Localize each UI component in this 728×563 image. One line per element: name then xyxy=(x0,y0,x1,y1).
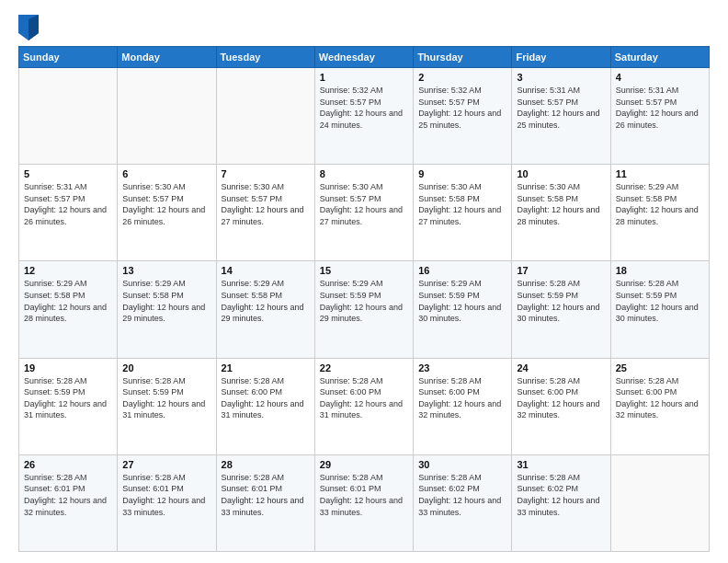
calendar-cell: 8Sunrise: 5:30 AMSunset: 5:57 PMDaylight… xyxy=(314,165,413,261)
calendar-week-row: 26Sunrise: 5:28 AMSunset: 6:01 PMDayligh… xyxy=(19,454,710,551)
calendar-header-row: SundayMondayTuesdayWednesdayThursdayFrid… xyxy=(19,47,710,68)
cell-content: Sunrise: 5:28 AMSunset: 6:01 PMDaylight:… xyxy=(24,472,112,518)
cell-content: Sunrise: 5:28 AMSunset: 5:59 PMDaylight:… xyxy=(122,375,210,421)
calendar-cell: 3Sunrise: 5:31 AMSunset: 5:57 PMDaylight… xyxy=(512,68,610,165)
cell-content: Sunrise: 5:30 AMSunset: 5:57 PMDaylight:… xyxy=(320,181,408,227)
calendar-cell: 2Sunrise: 5:32 AMSunset: 5:57 PMDaylight… xyxy=(414,68,512,165)
day-number: 29 xyxy=(320,459,408,470)
calendar-header-monday: Monday xyxy=(118,47,216,68)
calendar-week-row: 5Sunrise: 5:31 AMSunset: 5:57 PMDaylight… xyxy=(19,165,710,261)
cell-content: Sunrise: 5:28 AMSunset: 5:59 PMDaylight:… xyxy=(616,278,704,324)
calendar-cell xyxy=(216,68,314,165)
day-number: 9 xyxy=(418,168,506,179)
day-number: 7 xyxy=(222,168,310,179)
calendar-cell: 5Sunrise: 5:31 AMSunset: 5:57 PMDaylight… xyxy=(19,165,118,261)
cell-content: Sunrise: 5:29 AMSunset: 5:58 PMDaylight:… xyxy=(222,278,310,324)
cell-content: Sunrise: 5:29 AMSunset: 5:59 PMDaylight:… xyxy=(418,278,506,324)
day-number: 12 xyxy=(24,265,112,276)
day-number: 17 xyxy=(517,265,605,276)
cell-content: Sunrise: 5:30 AMSunset: 5:57 PMDaylight:… xyxy=(222,181,310,227)
logo-icon xyxy=(18,15,39,40)
calendar-cell: 19Sunrise: 5:28 AMSunset: 5:59 PMDayligh… xyxy=(19,358,118,454)
calendar-cell: 16Sunrise: 5:29 AMSunset: 5:59 PMDayligh… xyxy=(414,261,512,358)
day-number: 25 xyxy=(616,362,704,373)
cell-content: Sunrise: 5:28 AMSunset: 5:59 PMDaylight:… xyxy=(24,375,112,421)
day-number: 10 xyxy=(517,168,605,179)
day-number: 4 xyxy=(616,72,704,83)
day-number: 20 xyxy=(122,362,210,373)
cell-content: Sunrise: 5:30 AMSunset: 5:58 PMDaylight:… xyxy=(517,181,605,227)
day-number: 2 xyxy=(418,72,506,83)
day-number: 3 xyxy=(517,72,605,83)
cell-content: Sunrise: 5:28 AMSunset: 6:01 PMDaylight:… xyxy=(320,472,408,518)
day-number: 19 xyxy=(24,362,112,373)
calendar-cell: 21Sunrise: 5:28 AMSunset: 6:00 PMDayligh… xyxy=(216,358,314,454)
calendar-cell: 1Sunrise: 5:32 AMSunset: 5:57 PMDaylight… xyxy=(314,68,413,165)
day-number: 5 xyxy=(24,168,112,179)
day-number: 18 xyxy=(616,265,704,276)
day-number: 15 xyxy=(320,265,408,276)
cell-content: Sunrise: 5:28 AMSunset: 6:00 PMDaylight:… xyxy=(616,375,704,421)
calendar-cell: 27Sunrise: 5:28 AMSunset: 6:01 PMDayligh… xyxy=(118,454,216,551)
day-number: 28 xyxy=(222,459,310,470)
cell-content: Sunrise: 5:28 AMSunset: 6:00 PMDaylight:… xyxy=(517,375,605,421)
day-number: 31 xyxy=(517,459,605,470)
day-number: 23 xyxy=(418,362,506,373)
calendar-header-thursday: Thursday xyxy=(414,47,512,68)
calendar-header-wednesday: Wednesday xyxy=(314,47,413,68)
cell-content: Sunrise: 5:28 AMSunset: 6:00 PMDaylight:… xyxy=(222,375,310,421)
calendar-header-tuesday: Tuesday xyxy=(216,47,314,68)
day-number: 1 xyxy=(320,72,408,83)
calendar-cell: 11Sunrise: 5:29 AMSunset: 5:58 PMDayligh… xyxy=(610,165,709,261)
calendar-cell: 30Sunrise: 5:28 AMSunset: 6:02 PMDayligh… xyxy=(414,454,512,551)
cell-content: Sunrise: 5:30 AMSunset: 5:57 PMDaylight:… xyxy=(122,181,210,227)
calendar-cell: 29Sunrise: 5:28 AMSunset: 6:01 PMDayligh… xyxy=(314,454,413,551)
calendar-cell: 17Sunrise: 5:28 AMSunset: 5:59 PMDayligh… xyxy=(512,261,610,358)
cell-content: Sunrise: 5:32 AMSunset: 5:57 PMDaylight:… xyxy=(320,85,408,131)
cell-content: Sunrise: 5:28 AMSunset: 6:02 PMDaylight:… xyxy=(418,472,506,518)
calendar-week-row: 19Sunrise: 5:28 AMSunset: 5:59 PMDayligh… xyxy=(19,358,710,454)
cell-content: Sunrise: 5:28 AMSunset: 6:02 PMDaylight:… xyxy=(517,472,605,518)
calendar-cell: 22Sunrise: 5:28 AMSunset: 6:00 PMDayligh… xyxy=(314,358,413,454)
day-number: 16 xyxy=(418,265,506,276)
calendar-header-friday: Friday xyxy=(512,47,610,68)
calendar-cell: 10Sunrise: 5:30 AMSunset: 5:58 PMDayligh… xyxy=(512,165,610,261)
calendar-cell: 25Sunrise: 5:28 AMSunset: 6:00 PMDayligh… xyxy=(610,358,709,454)
day-number: 13 xyxy=(122,265,210,276)
calendar-cell: 13Sunrise: 5:29 AMSunset: 5:58 PMDayligh… xyxy=(118,261,216,358)
calendar-cell: 12Sunrise: 5:29 AMSunset: 5:58 PMDayligh… xyxy=(19,261,118,358)
day-number: 14 xyxy=(222,265,310,276)
cell-content: Sunrise: 5:29 AMSunset: 5:58 PMDaylight:… xyxy=(122,278,210,324)
page: SundayMondayTuesdayWednesdayThursdayFrid… xyxy=(0,0,728,563)
calendar-week-row: 1Sunrise: 5:32 AMSunset: 5:57 PMDaylight… xyxy=(19,68,710,165)
day-number: 24 xyxy=(517,362,605,373)
calendar-cell: 26Sunrise: 5:28 AMSunset: 6:01 PMDayligh… xyxy=(19,454,118,551)
cell-content: Sunrise: 5:28 AMSunset: 6:00 PMDaylight:… xyxy=(320,375,408,421)
cell-content: Sunrise: 5:31 AMSunset: 5:57 PMDaylight:… xyxy=(24,181,112,227)
calendar-header-sunday: Sunday xyxy=(19,47,118,68)
cell-content: Sunrise: 5:28 AMSunset: 6:00 PMDaylight:… xyxy=(418,375,506,421)
day-number: 8 xyxy=(320,168,408,179)
logo xyxy=(18,15,40,40)
calendar-cell: 28Sunrise: 5:28 AMSunset: 6:01 PMDayligh… xyxy=(216,454,314,551)
cell-content: Sunrise: 5:32 AMSunset: 5:57 PMDaylight:… xyxy=(418,85,506,131)
calendar-cell: 23Sunrise: 5:28 AMSunset: 6:00 PMDayligh… xyxy=(414,358,512,454)
calendar-cell xyxy=(610,454,709,551)
cell-content: Sunrise: 5:29 AMSunset: 5:58 PMDaylight:… xyxy=(24,278,112,324)
calendar-cell: 14Sunrise: 5:29 AMSunset: 5:58 PMDayligh… xyxy=(216,261,314,358)
calendar-cell: 6Sunrise: 5:30 AMSunset: 5:57 PMDaylight… xyxy=(118,165,216,261)
header xyxy=(18,15,710,40)
calendar-cell: 31Sunrise: 5:28 AMSunset: 6:02 PMDayligh… xyxy=(512,454,610,551)
calendar-cell: 18Sunrise: 5:28 AMSunset: 5:59 PMDayligh… xyxy=(610,261,709,358)
calendar-cell: 9Sunrise: 5:30 AMSunset: 5:58 PMDaylight… xyxy=(414,165,512,261)
cell-content: Sunrise: 5:30 AMSunset: 5:58 PMDaylight:… xyxy=(418,181,506,227)
day-number: 26 xyxy=(24,459,112,470)
calendar-cell xyxy=(19,68,118,165)
cell-content: Sunrise: 5:31 AMSunset: 5:57 PMDaylight:… xyxy=(517,85,605,131)
calendar-header-saturday: Saturday xyxy=(610,47,709,68)
day-number: 21 xyxy=(222,362,310,373)
calendar-cell xyxy=(118,68,216,165)
cell-content: Sunrise: 5:29 AMSunset: 5:58 PMDaylight:… xyxy=(616,181,704,227)
calendar-cell: 7Sunrise: 5:30 AMSunset: 5:57 PMDaylight… xyxy=(216,165,314,261)
day-number: 22 xyxy=(320,362,408,373)
